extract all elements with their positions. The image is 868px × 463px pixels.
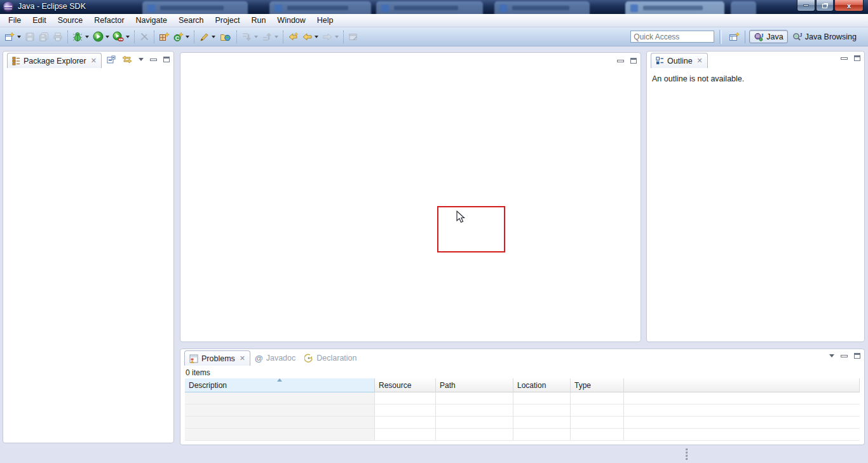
debug-button[interactable] bbox=[71, 30, 85, 44]
collapse-all-icon[interactable] bbox=[107, 55, 116, 64]
menu-file[interactable]: File bbox=[3, 15, 27, 26]
table-row bbox=[185, 392, 860, 404]
problems-icon bbox=[189, 354, 198, 363]
maximize-view-icon[interactable] bbox=[163, 57, 170, 62]
save-all-button bbox=[37, 30, 51, 44]
column-header-type[interactable]: Type bbox=[571, 378, 624, 392]
problems-table-body bbox=[185, 392, 860, 441]
menu-source[interactable]: Source bbox=[52, 15, 89, 26]
svg-text:C: C bbox=[175, 35, 179, 41]
new-class-button[interactable]: C bbox=[171, 30, 185, 44]
javadoc-icon: @ bbox=[255, 354, 263, 363]
package-explorer-panel: Package Explorer ✕ bbox=[3, 51, 174, 443]
next-annotation-button bbox=[240, 30, 254, 44]
perspective-java-browsing-button[interactable]: J Java Browsing bbox=[788, 31, 860, 43]
title-bar: Java - Eclipse SDK x bbox=[0, 0, 868, 14]
new-wizard-button[interactable] bbox=[3, 30, 17, 44]
mark-occurrences-icon bbox=[139, 32, 149, 42]
view-menu-icon[interactable] bbox=[829, 354, 834, 357]
problems-table-header: Description Resource Path Location Type bbox=[185, 378, 860, 392]
link-editor-icon[interactable] bbox=[122, 55, 132, 64]
maximize-view-icon[interactable] bbox=[854, 55, 860, 61]
background-browser-tab bbox=[494, 1, 590, 14]
open-perspective-icon bbox=[729, 32, 740, 42]
red-selection-rectangle bbox=[437, 206, 505, 252]
new-class-dropdown[interactable] bbox=[186, 36, 189, 38]
menu-search[interactable]: Search bbox=[173, 15, 210, 26]
open-task-button[interactable] bbox=[197, 30, 211, 44]
run-last-dropdown[interactable] bbox=[126, 36, 130, 38]
cursor-icon bbox=[456, 211, 468, 225]
minimize-icon bbox=[803, 4, 809, 6]
minimize-button[interactable] bbox=[797, 0, 815, 11]
save-all-icon bbox=[39, 32, 49, 42]
new-wizard-icon bbox=[4, 32, 15, 42]
maximize-view-icon[interactable] bbox=[630, 58, 637, 64]
pin-editor-button bbox=[346, 30, 360, 44]
minimize-view-icon[interactable] bbox=[841, 57, 848, 60]
close-icon[interactable]: ✕ bbox=[697, 57, 703, 65]
toolbar-separator bbox=[134, 31, 135, 43]
new-java-project-button[interactable] bbox=[157, 30, 171, 44]
run-dropdown[interactable] bbox=[105, 36, 109, 38]
close-button[interactable]: x bbox=[834, 0, 864, 11]
toolbar-separator bbox=[283, 31, 283, 43]
menu-navigate[interactable]: Navigate bbox=[130, 15, 173, 26]
quick-access-input[interactable] bbox=[630, 31, 714, 43]
back-button[interactable] bbox=[300, 30, 314, 44]
window-title: Java - Eclipse SDK bbox=[18, 2, 86, 11]
view-menu-icon[interactable] bbox=[139, 58, 144, 61]
new-wizard-dropdown[interactable] bbox=[17, 36, 21, 38]
table-row bbox=[185, 417, 860, 429]
problems-panel: Problems ✕ @ Javadoc Declaration 0 items bbox=[180, 349, 865, 445]
tab-label: Package Explorer bbox=[24, 57, 86, 66]
run-last-icon bbox=[112, 31, 124, 42]
close-icon[interactable]: ✕ bbox=[240, 354, 245, 363]
close-icon[interactable]: ✕ bbox=[91, 57, 97, 65]
forward-button bbox=[320, 30, 334, 44]
run-last-button[interactable] bbox=[111, 30, 125, 44]
menu-window[interactable]: Window bbox=[271, 15, 311, 26]
last-edit-location-button[interactable] bbox=[286, 30, 300, 44]
menu-run[interactable]: Run bbox=[245, 15, 271, 26]
debug-icon bbox=[72, 32, 83, 42]
back-dropdown[interactable] bbox=[315, 36, 318, 38]
debug-dropdown[interactable] bbox=[85, 36, 89, 38]
menu-edit[interactable]: Edit bbox=[27, 15, 52, 26]
tab-javadoc[interactable]: @ Javadoc bbox=[250, 350, 300, 366]
open-task-dropdown[interactable] bbox=[212, 36, 215, 38]
next-annotation-dropdown bbox=[254, 36, 258, 38]
package-explorer-header: Package Explorer ✕ bbox=[3, 52, 173, 68]
tab-package-explorer[interactable]: Package Explorer ✕ bbox=[7, 53, 102, 68]
back-icon bbox=[302, 32, 313, 42]
menu-refactor[interactable]: Refactor bbox=[88, 15, 130, 26]
maximize-view-icon[interactable] bbox=[854, 353, 860, 359]
problems-table: Description Resource Path Location Type bbox=[185, 378, 860, 442]
menu-help[interactable]: Help bbox=[311, 15, 339, 26]
open-type-button[interactable] bbox=[217, 30, 234, 44]
minimize-view-icon[interactable] bbox=[150, 59, 157, 61]
column-header-resource[interactable]: Resource bbox=[375, 378, 436, 392]
restore-button[interactable] bbox=[816, 0, 834, 11]
main-toolbar: C bbox=[0, 27, 868, 46]
sash-grip[interactable] bbox=[686, 448, 688, 460]
menu-project[interactable]: Project bbox=[210, 15, 246, 26]
perspective-java-label: Java bbox=[766, 32, 783, 41]
column-header-location[interactable]: Location bbox=[513, 378, 571, 392]
minimize-view-icon[interactable] bbox=[841, 355, 848, 357]
tab-problems[interactable]: Problems ✕ bbox=[184, 350, 250, 366]
column-header-path[interactable]: Path bbox=[436, 378, 513, 392]
minimize-view-icon[interactable] bbox=[617, 60, 624, 62]
package-explorer-body[interactable] bbox=[3, 68, 173, 443]
tab-outline[interactable]: Outline ✕ bbox=[651, 53, 708, 68]
toolbar-separator bbox=[67, 31, 68, 43]
open-perspective-button[interactable] bbox=[727, 30, 741, 44]
column-header-description[interactable]: Description bbox=[185, 378, 375, 392]
editor-area[interactable] bbox=[180, 52, 641, 342]
perspective-java-button[interactable]: J Java bbox=[749, 30, 787, 43]
declaration-icon bbox=[304, 354, 313, 363]
tab-declaration[interactable]: Declaration bbox=[300, 350, 361, 366]
outline-empty-message: An outline is not available. bbox=[647, 68, 864, 90]
toolbar-separator bbox=[194, 31, 194, 43]
run-button[interactable] bbox=[91, 30, 105, 44]
